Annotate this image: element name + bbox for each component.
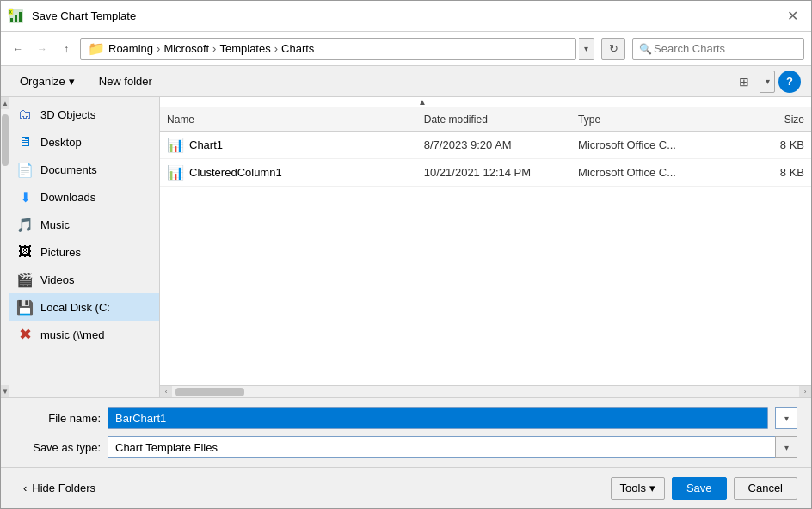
column-type-label: Type [578, 113, 600, 126]
close-button[interactable]: ✕ [780, 4, 804, 28]
file-list-body: 📊 Chart1 8/7/2023 9:20 AM Microsoft Offi… [160, 132, 811, 385]
view-button[interactable]: ⊞ [732, 71, 756, 93]
scroll-up-button[interactable]: ▲ [1, 97, 9, 109]
sidebar-label-downloads: Downloads [40, 191, 95, 204]
new-folder-label: New folder [99, 75, 152, 88]
new-folder-button[interactable]: New folder [90, 71, 161, 93]
sidebar-label-videos: Videos [40, 273, 75, 286]
refresh-button[interactable]: ↻ [601, 38, 625, 60]
file-name-chart1: Chart1 [189, 138, 223, 151]
downloads-icon: ⬇ [16, 188, 34, 205]
file-name-label: File name: [15, 412, 101, 425]
dialog-window: X Save Chart Template ✕ ← → ↑ 📁 Roaming … [0, 0, 812, 509]
footer: ‹ Hide Folders Tools ▾ Save Cancel [1, 467, 811, 508]
sidebar-item-music-network[interactable]: ✖ music (\\med [9, 321, 159, 348]
cancel-button[interactable]: Cancel [734, 477, 797, 500]
scroll-left-button[interactable]: ‹ [160, 386, 172, 398]
sidebar-label-documents: Documents [40, 163, 97, 176]
file-list-header: Name Date modified Type Size [160, 107, 811, 132]
sidebar-item-documents[interactable]: 📄 Documents [9, 156, 159, 183]
save-as-type-input[interactable]: Chart Template Files [108, 436, 797, 458]
path-item-roaming: Roaming [108, 42, 153, 55]
scroll-thumb-horizontal [175, 388, 244, 396]
save-button[interactable]: Save [672, 477, 727, 500]
file-date-clustered: 10/21/2021 12:14 PM [417, 166, 571, 179]
file-area: ▲ Name Date modified Type Size [160, 97, 811, 397]
back-button[interactable]: ← [8, 39, 28, 59]
help-button[interactable]: ? [778, 71, 801, 93]
sidebar-item-desktop[interactable]: 🖥 Desktop [9, 128, 159, 156]
save-as-type-row: Save as type: Chart Template Files ▾ [15, 436, 797, 458]
3d-objects-icon: 🗂 [16, 106, 34, 123]
file-name-dropdown[interactable]: ▾ [775, 407, 797, 429]
file-size-clustered: 8 KB [742, 166, 811, 179]
sidebar-item-downloads[interactable]: ⬇ Downloads [9, 183, 159, 211]
sidebar-label-music-network: music (\\med [40, 328, 104, 341]
sidebar-label-3d-objects: 3D Objects [40, 108, 95, 121]
sidebar-label-pictures: Pictures [40, 246, 81, 259]
column-header-date[interactable]: Date modified [417, 113, 571, 126]
local-disk-icon: 💾 [16, 298, 34, 316]
file-type-chart1: Microsoft Office C... [571, 138, 742, 151]
tools-button[interactable]: Tools ▾ [611, 477, 665, 500]
file-date-chart1: 8/7/2023 9:20 AM [417, 138, 571, 151]
column-size-label: Size [784, 113, 804, 126]
column-header-size[interactable]: Size [742, 113, 811, 126]
pictures-icon: 🖼 [16, 243, 34, 261]
file-icon-clustered: 📊 [167, 164, 184, 181]
file-name-value: BarChart1 [115, 412, 166, 425]
table-row[interactable]: 📊 ClusteredColumn1 10/21/2021 12:14 PM M… [160, 159, 811, 187]
column-header-type[interactable]: Type [571, 113, 742, 126]
up-button[interactable]: ↑ [56, 39, 77, 59]
svg-rect-3 [19, 12, 22, 22]
scroll-down-button[interactable]: ▼ [1, 385, 9, 397]
address-bar: ← → ↑ 📁 Roaming › Microsoft › Templates … [1, 32, 811, 66]
sidebar-item-pictures[interactable]: 🖼 Pictures [9, 238, 159, 266]
save-as-type-label: Save as type: [15, 441, 101, 454]
sidebar-item-videos[interactable]: 🎬 Videos [9, 266, 159, 293]
sidebar-item-3d-objects[interactable]: 🗂 3D Objects [9, 101, 159, 128]
path-item-charts: Charts [281, 42, 314, 55]
svg-rect-2 [15, 15, 17, 22]
documents-icon: 📄 [16, 161, 34, 178]
chevron-left-icon: ‹ [23, 481, 27, 494]
address-path[interactable]: 📁 Roaming › Microsoft › Templates › Char… [80, 38, 576, 60]
scroll-track [172, 386, 799, 398]
search-input[interactable] [632, 38, 804, 60]
organize-chevron: ▾ [69, 75, 75, 88]
file-icon-chart1: 📊 [167, 137, 184, 154]
svg-rect-1 [10, 18, 13, 22]
forward-button[interactable]: → [32, 39, 52, 59]
sidebar-label-music: Music [40, 218, 70, 231]
tools-label: Tools [620, 481, 646, 494]
column-date-label: Date modified [424, 113, 488, 126]
path-item-microsoft: Microsoft [163, 42, 209, 55]
network-drive-icon: ✖ [16, 326, 34, 343]
title-bar-text: Save Chart Template [32, 9, 780, 22]
horizontal-scrollbar[interactable]: ‹ › [160, 385, 811, 397]
path-dropdown-button[interactable]: ▾ [579, 38, 594, 60]
hide-folders-button[interactable]: ‹ Hide Folders [15, 477, 104, 500]
sidebar: 🗂 3D Objects 🖥 Desktop 📄 Documents ⬇ Dow… [9, 97, 160, 397]
save-as-type-value: Chart Template Files [115, 441, 218, 454]
app-icon: X [8, 8, 25, 25]
column-name-label: Name [167, 113, 194, 126]
scroll-right-button[interactable]: › [799, 386, 811, 398]
sidebar-scrollbar[interactable]: ▲ ▼ [1, 97, 9, 397]
file-size-chart1: 8 KB [742, 138, 811, 151]
column-header-name[interactable]: Name [160, 113, 417, 126]
sidebar-label-desktop: Desktop [40, 136, 82, 149]
file-name-row: File name: BarChart1 ▾ [15, 407, 797, 429]
sort-arrow-up: ▲ [418, 97, 427, 107]
help-label: ? [786, 75, 793, 88]
sidebar-item-music[interactable]: 🎵 Music [9, 211, 159, 238]
sidebar-item-local-disk[interactable]: 💾 Local Disk (C: [9, 293, 159, 321]
table-row[interactable]: 📊 Chart1 8/7/2023 9:20 AM Microsoft Offi… [160, 132, 811, 159]
save-as-type-wrap: Chart Template Files ▾ [108, 436, 797, 458]
file-name-input[interactable]: BarChart1 [108, 407, 768, 429]
title-bar: X Save Chart Template ✕ [1, 1, 811, 32]
file-type-clustered: Microsoft Office C... [571, 166, 742, 179]
organize-button[interactable]: Organize ▾ [11, 71, 83, 93]
footer-left: ‹ Hide Folders [15, 477, 104, 500]
view-dropdown-button[interactable]: ▾ [760, 71, 775, 93]
